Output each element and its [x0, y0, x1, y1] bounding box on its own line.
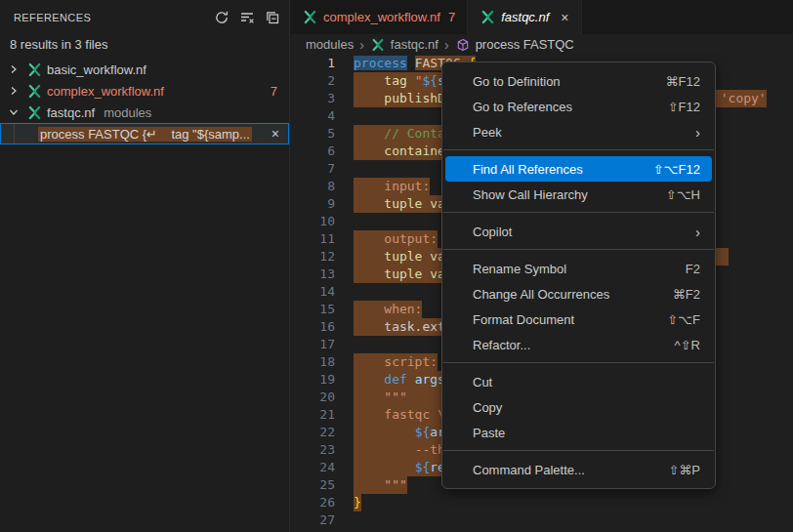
menu-separator — [443, 249, 714, 250]
menu-item-shortcut: ⌘F12 — [666, 74, 700, 89]
menu-item-copilot[interactable]: Copilot› — [445, 219, 712, 244]
dismiss-result-icon[interactable]: × — [271, 126, 279, 142]
line-number: 5 — [290, 125, 335, 143]
line-number: 24 — [290, 459, 335, 476]
line-number: 4 — [290, 107, 335, 125]
line-number: 6 — [290, 143, 335, 160]
line-number: 9 — [290, 195, 335, 213]
editor-line-26[interactable]: 26} — [290, 494, 793, 512]
menu-item-go-to-references[interactable]: Go to References⇧F12 — [445, 94, 712, 119]
line-number: 11 — [290, 230, 335, 248]
refresh-icon[interactable] — [211, 7, 232, 28]
line-number: 19 — [290, 371, 335, 389]
breadcrumb-separator: › — [444, 37, 449, 53]
line-number: 13 — [290, 266, 335, 283]
menu-item-label: Paste — [473, 426, 700, 440]
menu-item-change-all-occurrences[interactable]: Change All Occurrences⌘F2 — [445, 281, 712, 307]
tab-problem-badge: 7 — [448, 10, 455, 24]
file-name: basic_workflow.nf — [47, 62, 146, 77]
code-text: } — [354, 494, 361, 512]
menu-separator — [443, 450, 714, 451]
breadcrumb-separator: › — [359, 37, 364, 53]
references-panel: REFERENCES 8 resul — [0, 0, 290, 532]
file-name: fastqc.nf — [47, 105, 95, 120]
menu-item-label: Format Document — [473, 312, 667, 327]
menu-item-shortcut: ⇧⌘P — [668, 463, 700, 477]
panel-title: REFERENCES — [14, 12, 211, 23]
menu-item-cut[interactable]: Cut — [445, 369, 712, 394]
chevron-right-icon[interactable] — [6, 83, 21, 99]
code-text: input: — [354, 178, 430, 195]
chevron-right-icon[interactable] — [6, 61, 21, 77]
menu-item-go-to-definition[interactable]: Go to Definition⌘F12 — [445, 68, 712, 94]
line-number: 15 — [290, 301, 335, 318]
line-number: 12 — [290, 248, 335, 266]
tree-item-complex-workflow-nf[interactable]: complex_workflow.nf7 — [0, 80, 289, 102]
menu-item-copy[interactable]: Copy — [445, 394, 712, 420]
submenu-chevron-icon: › — [695, 124, 700, 141]
panel-toolbar — [211, 7, 283, 28]
code-text: """ — [354, 389, 453, 406]
menu-item-shortcut: ⌘F2 — [673, 287, 700, 302]
menu-item-label: Command Palette... — [473, 463, 668, 477]
menu-item-format-document[interactable]: Format Document⇧⌥F — [445, 307, 712, 332]
code-text: when: — [354, 301, 422, 318]
file-detail: modules — [104, 105, 151, 120]
breadcrumb-item-symbol[interactable]: process FASTQC — [455, 37, 574, 53]
symbol-namespace-icon — [455, 37, 471, 53]
menu-item-label: Refactor... — [473, 338, 675, 352]
menu-separator — [443, 212, 714, 213]
menu-item-shortcut: ⇧⌥F12 — [653, 162, 700, 177]
close-tab-icon[interactable]: × — [561, 10, 568, 25]
reference-result-text: process FASTQC {↵ tag "${samp... — [38, 127, 252, 142]
menu-item-label: Rename Symbol — [473, 262, 686, 276]
tab-bar: complex_workflow.nf 7 fastqc.nf × — [290, 0, 793, 34]
nextflow-icon — [302, 10, 317, 25]
menu-item-show-call-hierarchy[interactable]: Show Call Hierarchy⇧⌥H — [445, 182, 712, 207]
code-text: output: — [354, 230, 438, 248]
chevron-down-icon[interactable] — [6, 104, 21, 120]
menu-item-paste[interactable]: Paste — [445, 420, 712, 445]
references-panel-header: REFERENCES — [0, 0, 289, 34]
editor-line-27[interactable]: 27 — [290, 512, 793, 529]
menu-item-label: Copilot — [473, 225, 695, 239]
line-number: 8 — [290, 178, 335, 195]
code-text: fastqc \ — [354, 406, 445, 424]
tab-fastqc[interactable]: fastqc.nf × — [468, 0, 581, 34]
line-number: 27 — [290, 512, 335, 529]
menu-item-shortcut: ⇧F12 — [668, 100, 700, 114]
file-name: complex_workflow.nf — [47, 84, 164, 99]
menu-item-refactor[interactable]: Refactor...^⇧R — [445, 332, 712, 357]
menu-item-shortcut: ^⇧R — [675, 338, 700, 352]
nextflow-icon — [480, 10, 495, 25]
collapse-all-icon[interactable] — [262, 7, 283, 28]
menu-item-label: Copy — [473, 400, 700, 415]
breadcrumb: modules › fastqc.nf › process FASTQC — [290, 34, 793, 55]
tree-item-fastqc-nf[interactable]: fastqc.nfmodules — [0, 102, 289, 123]
menu-item-find-all-references[interactable]: Find All References⇧⌥F12 — [445, 156, 712, 182]
menu-item-shortcut: ⇧⌥F — [667, 312, 700, 327]
menu-item-peek[interactable]: Peek› — [445, 119, 712, 144]
tree-indent-guide — [14, 124, 15, 143]
menu-item-rename-symbol[interactable]: Rename SymbolF2 — [445, 256, 712, 281]
reference-result-item[interactable]: process FASTQC {↵ tag "${samp... × — [0, 123, 289, 144]
breadcrumb-item-file[interactable]: fastqc.nf — [370, 37, 438, 53]
results-tree: basic_workflow.nfcomplex_workflow.nf7fas… — [0, 59, 289, 144]
menu-item-label: Go to References — [473, 100, 668, 114]
tab-label: fastqc.nf — [501, 10, 549, 24]
clear-results-icon[interactable] — [236, 7, 258, 28]
menu-separator — [443, 362, 714, 363]
menu-item-shortcut: ⇧⌥H — [666, 187, 700, 202]
line-number: 22 — [290, 424, 335, 441]
tab-complex-workflow[interactable]: complex_workflow.nf 7 — [290, 0, 468, 34]
line-number: 7 — [290, 160, 335, 178]
menu-item-label: Cut — [473, 375, 700, 389]
line-number: 3 — [290, 90, 335, 107]
menu-item-command-palette[interactable]: Command Palette...⇧⌘P — [445, 457, 712, 482]
line-number: 10 — [290, 213, 335, 230]
tree-item-basic-workflow-nf[interactable]: basic_workflow.nf — [0, 59, 289, 80]
breadcrumb-item-modules[interactable]: modules — [306, 37, 354, 52]
line-number: 20 — [290, 389, 335, 406]
menu-item-label: Go to Definition — [473, 74, 666, 89]
line-number: 23 — [290, 441, 335, 459]
